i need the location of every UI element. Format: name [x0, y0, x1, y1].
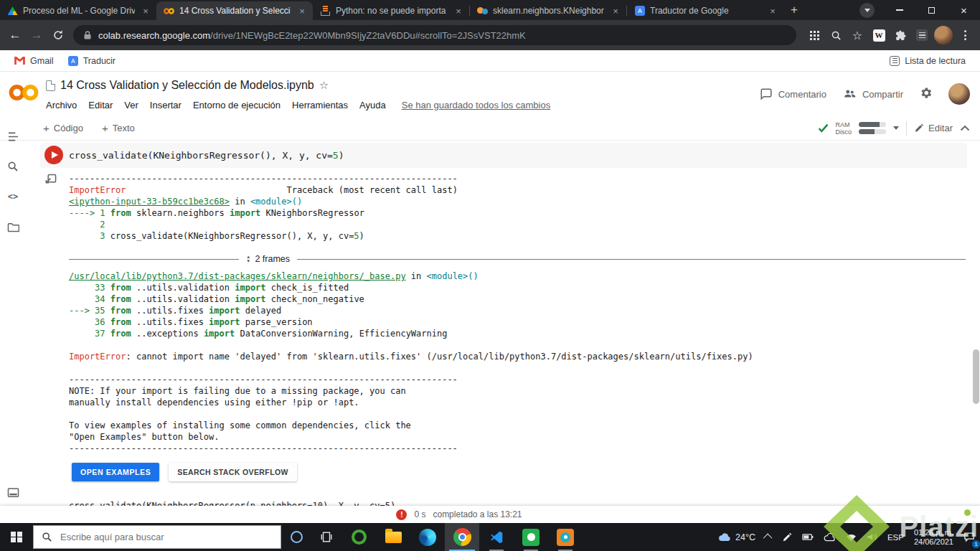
find-replace-button[interactable] [6, 159, 20, 174]
resource-bars[interactable] [859, 122, 886, 134]
save-status-link[interactable]: Se han guardado todos los cambios [402, 100, 550, 110]
colab-logo[interactable] [9, 82, 39, 106]
traceback-top: ----------------------------------------… [69, 173, 458, 242]
taskbar-search[interactable] [33, 525, 281, 549]
traceback-text: ----------------------------------------… [69, 375, 458, 385]
window-controls: × [883, 0, 980, 20]
code-snippets-button[interactable]: <> [6, 189, 20, 204]
notebook-title[interactable]: 14 Cross Validation y Selección de Model… [60, 79, 314, 92]
menu-archivo[interactable]: Archivo [46, 100, 77, 110]
menu-entorno[interactable]: Entorno de ejecución [193, 100, 281, 110]
tab-close-icon[interactable]: × [767, 5, 778, 17]
onedrive-button[interactable] [819, 523, 841, 551]
search-stack-overflow-button[interactable]: SEARCH STACK OVERFLOW [169, 463, 297, 481]
tab-title: Traductor de Google [650, 6, 762, 16]
user-avatar[interactable] [948, 83, 970, 105]
menu-insertar[interactable]: Insertar [150, 100, 182, 110]
tab-title: Proceso del ML - Google Driv [23, 6, 135, 16]
terminal-button[interactable] [6, 485, 20, 499]
taskbar-app-explorer[interactable] [376, 523, 410, 551]
collapse-chevron-icon[interactable] [960, 125, 970, 131]
weather-widget[interactable]: 24°C [713, 523, 760, 551]
taskbar-app-edge[interactable] [410, 523, 445, 551]
task-view-button[interactable] [311, 523, 341, 551]
traceback-text: ..utils.validation [131, 294, 235, 304]
tab-close-icon[interactable]: × [296, 5, 308, 17]
taskbar-app-chrome[interactable] [445, 523, 479, 551]
code-line[interactable]: cross_validate(KNeighborsRegressor(), X,… [69, 143, 344, 168]
taskbar-app-anaconda[interactable] [341, 523, 376, 551]
scrollbar-thumb[interactable] [973, 349, 979, 404]
browser-profile-button[interactable] [933, 24, 954, 46]
run-cell-button[interactable] [44, 146, 63, 164]
bookmark-translate[interactable]: Traducir [62, 54, 121, 68]
tab-search-button[interactable] [859, 3, 875, 18]
action-center-button[interactable]: 1 [958, 523, 980, 551]
taskbar-app-vscode[interactable] [479, 523, 514, 551]
browser-tab-colab-active[interactable]: 14 Cross Validation y Selecci × [156, 1, 313, 20]
wikipedia-extension-button[interactable]: W [868, 24, 890, 46]
browser-tab-sklearn[interactable]: sklearn.neighbors.KNeighbor × [470, 1, 626, 20]
apps-grid-button[interactable] [804, 24, 825, 46]
traceback-link[interactable]: /usr/local/lib/python3.7/dist-packages/s… [69, 271, 406, 281]
frames-toggle[interactable]: ▲▼ 2 frames [239, 254, 297, 264]
zoom-button[interactable] [825, 24, 847, 46]
browser-tab-stackoverflow[interactable]: Python: no se puede importa × [313, 1, 469, 20]
menu-ver[interactable]: Ver [124, 100, 138, 110]
open-examples-button[interactable]: OPEN EXAMPLES [72, 463, 159, 481]
tab-close-icon[interactable]: × [140, 5, 151, 17]
tab-close-icon[interactable]: × [453, 5, 464, 17]
files-button[interactable] [6, 220, 20, 234]
traceback-text: ImportError [69, 185, 126, 195]
table-of-contents-button[interactable] [6, 129, 20, 143]
window-close-button[interactable]: × [948, 0, 980, 20]
new-tab-button[interactable]: + [785, 1, 804, 19]
share-button[interactable]: Compartir [842, 88, 903, 100]
taskbar-app-orange[interactable] [548, 523, 583, 551]
bookmark-gmail[interactable]: Gmail [9, 54, 60, 68]
window-minimize-button[interactable] [883, 0, 915, 20]
windows-ink-button[interactable] [777, 523, 797, 551]
translate-extension-button[interactable] [911, 24, 933, 46]
bookmark-star-button[interactable]: ☆ [847, 24, 868, 46]
traceback-line: ----------------------------------------… [69, 374, 753, 385]
extensions-button[interactable] [890, 24, 911, 46]
network-button[interactable] [841, 523, 862, 551]
browser-tab-translate[interactable]: Traductor de Google × [627, 1, 783, 20]
cortana-button[interactable] [281, 523, 311, 551]
tray-overflow-button[interactable] [760, 523, 777, 551]
add-code-button[interactable]: + Código [43, 122, 83, 134]
traceback-link[interactable]: <ipython-input-33-b59cc1be3c68> [69, 197, 230, 207]
traceback-line: ---> 35 from ..utils.fixes import delaye… [69, 305, 753, 316]
menu-herramientas[interactable]: Herramientas [292, 100, 348, 110]
traceback-text: 33 [69, 283, 105, 293]
address-bar[interactable]: colab.research.google.com/drive/1NEWgBcE… [73, 25, 796, 45]
taskbar-app-green[interactable] [514, 523, 548, 551]
chevron-up-icon [763, 534, 773, 543]
browser-tab-drive[interactable]: Proceso del ML - Google Driv × [0, 1, 156, 20]
browser-menu-button[interactable] [954, 24, 976, 46]
tab-close-icon[interactable]: × [610, 5, 621, 17]
output-indicator-icon[interactable] [44, 174, 57, 189]
resources-dropdown-icon[interactable] [893, 126, 899, 130]
clock-widget[interactable]: 01:26 p. m. 24/06/2021 [909, 523, 958, 551]
window-maximize-button[interactable] [915, 0, 948, 20]
forward-button[interactable]: → [26, 24, 47, 46]
start-button[interactable] [0, 523, 33, 551]
battery-button[interactable] [797, 523, 819, 551]
favorite-star-icon[interactable]: ☆ [319, 79, 329, 92]
reload-button[interactable] [47, 24, 69, 46]
play-icon [52, 151, 58, 159]
edit-mode-button[interactable]: Editar [914, 123, 953, 133]
back-button[interactable]: ← [4, 24, 26, 46]
language-indicator[interactable]: ESP [882, 523, 909, 551]
taskbar-search-input[interactable] [59, 531, 273, 543]
menu-editar[interactable]: Editar [88, 100, 113, 110]
menu-ayuda[interactable]: Ayuda [359, 100, 386, 110]
plus-icon: + [102, 122, 108, 134]
add-text-button[interactable]: + Texto [102, 122, 135, 134]
volume-button[interactable] [862, 523, 882, 551]
comment-button[interactable]: Comentario [760, 88, 826, 100]
reading-list-button[interactable]: Lista de lectura [884, 54, 971, 68]
settings-button[interactable] [919, 86, 933, 102]
